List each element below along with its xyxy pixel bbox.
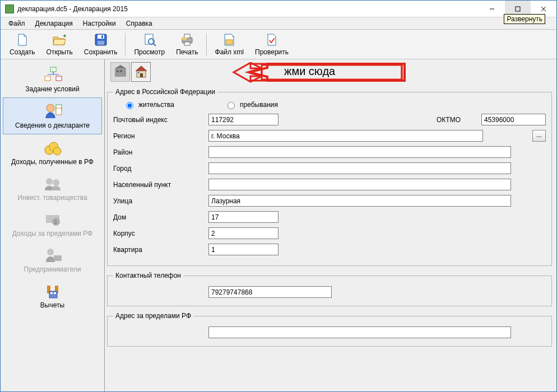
save-button[interactable]: Сохранить bbox=[78, 31, 123, 57]
oktmo-input[interactable] bbox=[481, 114, 546, 125]
sidebar-item-conditions[interactable]: ✓ Задание условий bbox=[1, 62, 104, 97]
sidebar-label: Доходы за пределами РФ bbox=[12, 230, 92, 237]
radio-stay[interactable]: пребывания bbox=[225, 100, 278, 109]
locality-label: Населенный пункт bbox=[113, 181, 208, 189]
sidebar-item-income-foreign: $ Доходы за пределами РФ bbox=[1, 206, 104, 242]
radio-residence[interactable]: жительства bbox=[123, 100, 174, 109]
phone-input[interactable] bbox=[208, 286, 332, 298]
entrepreneurs-icon bbox=[41, 245, 64, 264]
print-button[interactable]: Печать bbox=[170, 31, 203, 57]
tab-personal[interactable] bbox=[110, 62, 130, 82]
print-label: Печать bbox=[176, 48, 198, 56]
street-input[interactable] bbox=[208, 195, 511, 207]
new-file-icon bbox=[15, 32, 30, 47]
sidebar-item-declarant[interactable]: Сведения о декларанте bbox=[3, 97, 102, 134]
radio-stay-input[interactable] bbox=[228, 102, 235, 109]
preview-button[interactable]: Просмотр bbox=[128, 31, 170, 57]
menubar: Файл Декларация Настройки Справка bbox=[1, 17, 556, 30]
menu-help[interactable]: Справка bbox=[122, 18, 157, 29]
building-label: Корпус bbox=[113, 230, 208, 237]
flat-label: Квартира bbox=[113, 246, 208, 254]
group-phone-legend: Контактный телефон bbox=[113, 272, 183, 279]
region-input[interactable] bbox=[208, 130, 483, 142]
svg-rect-13 bbox=[184, 42, 190, 45]
menu-file[interactable]: Файл bbox=[4, 18, 30, 29]
svg-rect-39 bbox=[140, 73, 143, 77]
save-label: Сохранить bbox=[84, 48, 118, 56]
svg-rect-6 bbox=[98, 41, 104, 45]
menu-declaration[interactable]: Декларация bbox=[31, 18, 77, 29]
xml-file-icon bbox=[222, 32, 236, 47]
income-rf-icon bbox=[41, 138, 64, 157]
svg-rect-34 bbox=[54, 292, 56, 294]
building-input[interactable] bbox=[208, 227, 278, 239]
create-button[interactable]: Создать bbox=[4, 31, 41, 57]
sidebar-item-entrepreneurs: Предприниматели bbox=[1, 242, 104, 278]
app-icon bbox=[5, 4, 14, 13]
svg-rect-17 bbox=[45, 76, 50, 81]
titlebar: декларация.dc5 - Декларация 2015 bbox=[1, 1, 556, 17]
svg-rect-33 bbox=[50, 292, 53, 294]
house-input[interactable] bbox=[208, 211, 278, 223]
svg-text:✓: ✓ bbox=[52, 68, 54, 71]
region-browse-button[interactable]: ... bbox=[532, 130, 546, 142]
check-button[interactable]: Проверить bbox=[249, 31, 294, 57]
open-folder-icon bbox=[52, 32, 67, 47]
arrow-label: жми сюда bbox=[284, 65, 335, 78]
locality-input[interactable] bbox=[208, 179, 511, 190]
check-icon bbox=[264, 32, 279, 47]
sidebar-item-invest: Инвест. товарищества bbox=[1, 170, 104, 206]
sidebar: ✓ Задание условий Сведения о декларанте … bbox=[1, 59, 105, 391]
svg-rect-37 bbox=[120, 70, 122, 72]
foreign-address-input[interactable] bbox=[208, 326, 511, 338]
building-icon bbox=[113, 64, 128, 80]
city-input[interactable] bbox=[208, 162, 511, 174]
preview-label: Просмотр bbox=[134, 48, 165, 56]
sidebar-label: Задание условий bbox=[25, 85, 79, 93]
sidebar-label: Предприниматели bbox=[24, 265, 81, 273]
svg-rect-15 bbox=[226, 40, 233, 44]
svg-text:$: $ bbox=[54, 219, 57, 225]
postal-input[interactable] bbox=[208, 114, 278, 125]
svg-rect-40 bbox=[138, 72, 140, 73]
income-foreign-icon: $ bbox=[41, 209, 64, 228]
svg-rect-12 bbox=[184, 34, 190, 38]
radio-residence-label: жительства bbox=[138, 101, 174, 109]
open-label: Открыть bbox=[47, 48, 73, 56]
sidebar-label: Вычеты bbox=[40, 301, 64, 309]
group-phone: Контактный телефон bbox=[107, 272, 552, 306]
maximize-tooltip: Развернуть bbox=[504, 14, 545, 24]
minimize-button[interactable] bbox=[479, 1, 505, 17]
flat-input[interactable] bbox=[208, 244, 278, 255]
svg-point-27 bbox=[53, 179, 59, 186]
group-address-rf-legend: Адрес в Российской Федерации bbox=[113, 88, 217, 96]
file-xml-button[interactable]: Файл xml bbox=[210, 31, 250, 57]
tab-address[interactable] bbox=[131, 62, 151, 82]
group-address-foreign: Адрес за пределами РФ bbox=[107, 312, 552, 347]
save-icon bbox=[94, 32, 108, 47]
city-label: Город bbox=[113, 165, 208, 172]
svg-point-30 bbox=[47, 249, 54, 255]
deductions-icon bbox=[41, 281, 64, 300]
svg-rect-35 bbox=[115, 68, 126, 77]
print-icon bbox=[180, 32, 194, 47]
toolbar-separator bbox=[206, 33, 207, 55]
file-xml-label: Файл xml bbox=[215, 48, 244, 56]
house-label: Дом bbox=[113, 213, 208, 221]
svg-line-10 bbox=[154, 44, 156, 46]
radio-stay-label: пребывания bbox=[240, 101, 278, 109]
sidebar-item-deductions[interactable]: Вычеты bbox=[1, 278, 104, 314]
menu-settings[interactable]: Настройки bbox=[78, 18, 120, 29]
invest-icon bbox=[41, 174, 64, 193]
main-panel: жми сюда Адрес в Российской Федерации жи… bbox=[105, 59, 556, 391]
group-address-foreign-legend: Адрес за пределами РФ bbox=[113, 312, 193, 320]
postal-label: Почтовый индекс bbox=[113, 116, 208, 124]
sidebar-label: Сведения о декларанте bbox=[15, 122, 90, 129]
svg-rect-32 bbox=[49, 291, 57, 298]
open-button[interactable]: Открыть bbox=[41, 31, 78, 57]
house-icon bbox=[134, 64, 148, 80]
svg-rect-36 bbox=[117, 70, 119, 72]
sidebar-item-income-rf[interactable]: Доходы, полученные в РФ bbox=[1, 134, 104, 170]
radio-residence-input[interactable] bbox=[126, 102, 133, 109]
district-input[interactable] bbox=[208, 146, 511, 158]
